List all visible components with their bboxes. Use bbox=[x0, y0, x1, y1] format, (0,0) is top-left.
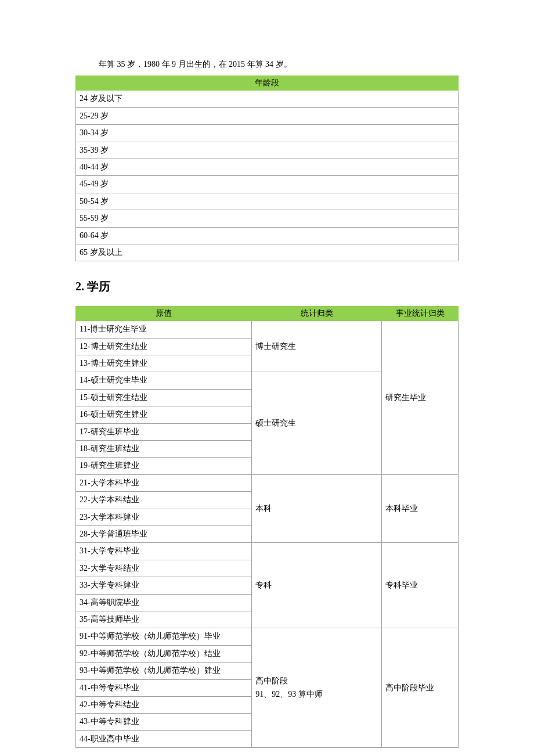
age-range-cell: 55-59 岁 bbox=[76, 210, 459, 227]
education-original-cell: 42-中等专科结业 bbox=[76, 696, 252, 713]
age-range-cell: 40-44 岁 bbox=[76, 159, 459, 175]
education-original-cell: 44-职业高中毕业 bbox=[76, 730, 252, 747]
education-original-cell: 15-硕士研究生结业 bbox=[76, 389, 252, 406]
education-original-cell: 91-中等师范学校（幼儿师范学校）毕业 bbox=[76, 628, 252, 645]
education-career-cell: 专科毕业 bbox=[382, 543, 459, 628]
education-table: 原值 统计归类 事业统计归类 11-博士研究生毕业博士研究生研究生毕业12-博士… bbox=[75, 306, 459, 748]
education-original-cell: 92-中等师范学校（幼儿师范学校）结业 bbox=[76, 645, 252, 662]
age-range-cell: 45-49 岁 bbox=[76, 176, 459, 193]
education-original-cell: 12-博士研究生结业 bbox=[76, 338, 252, 355]
age-range-header: 年龄段 bbox=[76, 76, 459, 91]
education-original-cell: 11-博士研究生毕业 bbox=[76, 321, 252, 338]
education-original-cell: 28-大学普通班毕业 bbox=[76, 525, 252, 542]
age-range-cell: 24 岁及以下 bbox=[76, 91, 459, 107]
section-heading-education: 2. 学历 bbox=[75, 279, 459, 294]
education-stat-cell: 本科 bbox=[252, 474, 382, 543]
education-stat-cell: 高中阶段91、92、93 算中师 bbox=[252, 628, 382, 748]
education-original-cell: 93-中等师范学校（幼儿师范学校）肄业 bbox=[76, 663, 252, 679]
education-original-cell: 32-大学专科结业 bbox=[76, 560, 252, 577]
education-original-cell: 13-博士研究生肄业 bbox=[76, 355, 252, 372]
education-original-cell: 33-大学专科肄业 bbox=[76, 577, 252, 594]
education-original-cell: 43-中等专科肄业 bbox=[76, 714, 252, 730]
education-original-cell: 35-高等技师毕业 bbox=[76, 611, 252, 628]
education-original-cell: 17-研究生班毕业 bbox=[76, 423, 252, 440]
education-stat-cell: 博士研究生 bbox=[252, 321, 382, 372]
education-col-career: 事业统计归类 bbox=[382, 307, 459, 321]
age-range-cell: 35-39 岁 bbox=[76, 142, 459, 159]
age-range-table: 年龄段 24 岁及以下25-29 岁30-34 岁35-39 岁40-44 岁4… bbox=[75, 75, 459, 261]
education-original-cell: 41-中等专科毕业 bbox=[76, 679, 252, 696]
education-original-cell: 23-大学本科肄业 bbox=[76, 509, 252, 525]
education-original-cell: 22-大学本科结业 bbox=[76, 492, 252, 509]
education-career-cell: 研究生毕业 bbox=[382, 321, 459, 475]
education-original-cell: 18-研究生班结业 bbox=[76, 441, 252, 458]
education-career-cell: 本科毕业 bbox=[382, 474, 459, 543]
education-original-cell: 16-硕士研究生肄业 bbox=[76, 406, 252, 423]
age-range-cell: 60-64 岁 bbox=[76, 227, 459, 244]
age-range-cell: 25-29 岁 bbox=[76, 107, 459, 124]
education-col-original: 原值 bbox=[76, 307, 252, 321]
age-range-cell: 30-34 岁 bbox=[76, 125, 459, 142]
education-original-cell: 19-研究生班肄业 bbox=[76, 458, 252, 474]
education-original-cell: 14-硕士研究生毕业 bbox=[76, 372, 252, 389]
education-original-cell: 31-大学专科毕业 bbox=[76, 543, 252, 560]
age-range-cell: 65 岁及以上 bbox=[76, 244, 459, 261]
education-stat-cell: 专科 bbox=[252, 543, 382, 628]
education-col-stat: 统计归类 bbox=[252, 307, 382, 321]
education-career-cell: 高中阶段毕业 bbox=[382, 628, 459, 748]
education-original-cell: 21-大学本科毕业 bbox=[76, 474, 252, 491]
intro-text: 年算 35 岁，1980 年 9 月出生的，在 2015 年算 34 岁。 bbox=[99, 58, 459, 71]
age-range-cell: 50-54 岁 bbox=[76, 193, 459, 210]
education-original-cell: 34-高等职院毕业 bbox=[76, 594, 252, 611]
education-stat-cell: 硕士研究生 bbox=[252, 372, 382, 474]
